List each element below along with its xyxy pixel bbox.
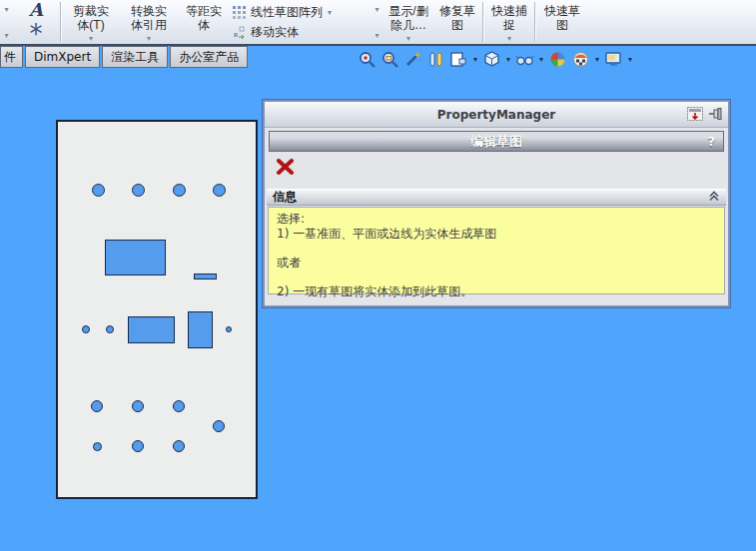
- edit-appearance-icon[interactable]: [548, 50, 567, 69]
- cancel-button[interactable]: [274, 159, 296, 177]
- sketch-circle[interactable]: [93, 442, 102, 451]
- zoom-to-fit-icon[interactable]: [358, 50, 377, 69]
- tab-part[interactable]: 件: [0, 46, 23, 68]
- sketch-circle[interactable]: [213, 420, 225, 432]
- chevron-down-icon[interactable]: ▾: [4, 31, 8, 40]
- repair-sketch-button[interactable]: 修复草 图: [433, 0, 481, 44]
- chevron-down-icon[interactable]: ▾: [538, 55, 544, 64]
- collapse-chevron-icon[interactable]: [708, 190, 720, 205]
- view-orientation-icon[interactable]: [449, 50, 468, 69]
- chevron-down-icon[interactable]: ▾: [328, 8, 332, 17]
- toolbar-separator: [60, 2, 62, 42]
- solidworks-window: ▾ ▾ A * 剪裁实 体(T) ▾ 转换实 体引用 ▾ 等距实 体: [0, 0, 756, 551]
- previous-view-icon[interactable]: [403, 50, 422, 69]
- point-tool-icon[interactable]: *: [30, 26, 43, 42]
- rapid-sketch-button[interactable]: 快速草 图: [537, 0, 587, 44]
- sketch-rect[interactable]: [105, 240, 166, 276]
- repair-sketch-label-1: 修复草: [439, 4, 475, 18]
- convert-entities-label-2: 体引用: [131, 18, 167, 32]
- trim-entities-button[interactable]: 剪裁实 体(T) ▾: [63, 0, 119, 44]
- sketch-circle[interactable]: [173, 184, 186, 197]
- sketch-circle[interactable]: [106, 325, 114, 333]
- trim-entities-label-2: 体(T): [77, 18, 104, 32]
- relations-label-2: 除几…: [390, 18, 426, 32]
- sketch-circle[interactable]: [82, 325, 90, 333]
- chevron-down-icon[interactable]: ▾: [406, 34, 410, 43]
- sketch-circle[interactable]: [92, 184, 105, 197]
- sketch-circle[interactable]: [213, 184, 226, 197]
- convert-entities-label-1: 转换实: [131, 4, 167, 18]
- pin-icon[interactable]: [708, 107, 723, 121]
- sketch-circle[interactable]: [132, 440, 144, 452]
- section-view-icon[interactable]: [426, 50, 445, 69]
- info-message-box: 选择: 1) 一基准面、平面或边线为实体生成草图 或者 2) 一现有草图将实体添…: [268, 207, 725, 294]
- move-entities-icon: [233, 26, 246, 39]
- sketch-rect[interactable]: [128, 316, 175, 343]
- display-style-icon[interactable]: [482, 50, 501, 69]
- message-line: 选择:: [277, 212, 716, 227]
- sketch-rect[interactable]: [188, 311, 213, 348]
- collapse-panel-icon[interactable]: [687, 107, 703, 121]
- titlebar-icon-group: [687, 107, 723, 121]
- convert-entities-button[interactable]: 转换实 体引用 ▾: [119, 0, 179, 44]
- offset-entities-label-2: 体: [198, 18, 210, 32]
- linear-sketch-pattern-button[interactable]: 线性草图阵列 ▾: [233, 4, 367, 21]
- sketch-circle[interactable]: [173, 440, 185, 452]
- heads-up-view-toolbar: ▾ ▾ ▾ ▾ ▾: [358, 48, 633, 70]
- tab-office-products[interactable]: 办公室产品: [170, 46, 248, 68]
- view-settings-icon[interactable]: [604, 50, 623, 69]
- sketch-rect[interactable]: [194, 274, 217, 279]
- chevron-down-icon[interactable]: ▾: [472, 55, 478, 64]
- property-manager-titlebar: PropertyManager: [265, 102, 728, 128]
- toolbar-overflow-arrows[interactable]: ▾ ▾: [371, 0, 383, 44]
- message-group-header[interactable]: 信息: [267, 189, 726, 206]
- edit-sketch-header: 编辑草图 ?: [269, 131, 724, 152]
- chevron-down-icon[interactable]: ▾: [594, 55, 600, 64]
- sketch-circle[interactable]: [91, 400, 103, 412]
- chevron-down-icon[interactable]: ▾: [89, 34, 93, 43]
- sketch-circle[interactable]: [226, 326, 232, 332]
- chevron-down-icon[interactable]: ▾: [375, 5, 378, 14]
- property-manager-title: PropertyManager: [437, 108, 556, 122]
- message-group-label: 信息: [273, 189, 297, 206]
- tab-dimxpert[interactable]: DimXpert: [25, 46, 100, 68]
- sketch-circle[interactable]: [173, 400, 185, 412]
- chevron-down-icon[interactable]: ▾: [505, 55, 511, 64]
- property-manager-panel: PropertyManager 编辑草图 ? 信息: [263, 100, 730, 307]
- help-button[interactable]: ?: [707, 134, 715, 149]
- tab-render-tools[interactable]: 渲染工具: [102, 46, 168, 68]
- sketch-panel[interactable]: [56, 120, 258, 499]
- message-line: [277, 270, 716, 284]
- quick-snaps-button[interactable]: 快速捕 捉 ▾: [485, 0, 533, 44]
- toolbar-overflow-arrows[interactable]: ▾ ▾: [0, 0, 13, 44]
- zoom-to-area-icon[interactable]: [380, 50, 399, 69]
- message-line: 1) 一基准面、平面或边线为实体生成草图: [277, 227, 716, 242]
- edit-sketch-title: 编辑草图: [470, 133, 522, 151]
- relations-label-1: 显示/删: [388, 4, 427, 18]
- toolbar-separator: [482, 2, 484, 42]
- chevron-down-icon[interactable]: ▾: [627, 55, 633, 64]
- sketch-circle[interactable]: [132, 184, 145, 197]
- message-line: 或者: [277, 256, 716, 271]
- chevron-down-icon[interactable]: ▾: [507, 34, 511, 43]
- pattern-move-group: 线性草图阵列 ▾ 移动实体: [229, 0, 371, 44]
- quick-snaps-label-2: 捉: [503, 18, 515, 32]
- graphics-viewport[interactable]: PropertyManager 编辑草图 ? 信息: [0, 68, 756, 551]
- message-line: [277, 241, 716, 256]
- hide-show-items-icon[interactable]: [515, 50, 534, 69]
- move-entities-label: 移动实体: [251, 24, 299, 41]
- toolbar-separator: [534, 2, 536, 42]
- offset-entities-label-1: 等距实: [186, 4, 222, 18]
- sketch-circle[interactable]: [132, 400, 144, 412]
- linear-sketch-pattern-label: 线性草图阵列: [251, 4, 323, 21]
- message-line: 2) 一现有草图将实体添加到此草图。: [277, 284, 716, 299]
- apply-scene-icon[interactable]: [571, 50, 590, 69]
- display-delete-relations-button[interactable]: 显示/删 除几… ▾: [383, 0, 433, 44]
- chevron-down-icon[interactable]: ▾: [4, 5, 8, 14]
- text-tool-icon[interactable]: A: [29, 0, 43, 19]
- move-entities-button[interactable]: 移动实体: [233, 24, 367, 41]
- chevron-down-icon[interactable]: ▾: [147, 34, 151, 43]
- offset-entities-button[interactable]: 等距实 体: [179, 0, 229, 44]
- grid-pattern-icon: [233, 6, 246, 19]
- chevron-down-icon[interactable]: ▾: [375, 31, 378, 40]
